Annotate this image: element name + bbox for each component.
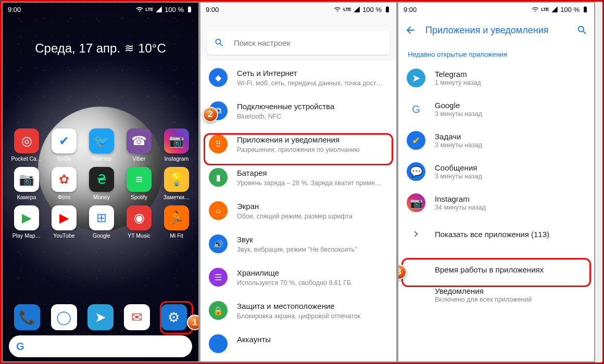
- row-title: Приложения и уведомления: [237, 135, 388, 145]
- notifications-title: Уведомления: [435, 287, 532, 295]
- settings-search-input[interactable]: [234, 38, 383, 47]
- app-label: Google: [93, 232, 110, 239]
- todo-icon: ✔: [52, 128, 77, 153]
- google-logo: G: [16, 341, 24, 353]
- row-title: Подключенные устройства: [237, 101, 388, 112]
- date-text: Среда, 17 апр.: [35, 41, 120, 56]
- network-label: LTE: [343, 7, 351, 12]
- app-label: Pocket Ca…: [11, 155, 42, 162]
- chevron-right-icon: [407, 225, 425, 243]
- ytmusic-icon: ◉: [127, 205, 152, 230]
- recent-app-telegram[interactable]: ➤ Telegram1 минуту назад: [398, 62, 594, 94]
- recent-app-messages[interactable]: 💬 Сообщения3 минуты назад: [398, 156, 594, 187]
- row-title: Аккаунты: [237, 334, 388, 345]
- settings-row-accounts[interactable]: 👤 Аккаунты: [200, 327, 396, 360]
- row-subtitle: Блокировка экрана, цифровой отпечаток: [237, 313, 388, 320]
- row-title: Батарея: [237, 168, 388, 178]
- row-subtitle: Разрешения, приложения по умолчанию: [237, 146, 388, 153]
- search-icon[interactable]: [576, 24, 588, 36]
- settings-row-network[interactable]: ◆ Сеть и ИнтернетWi-Fi, моб. сеть, перед…: [200, 61, 396, 94]
- settings-search[interactable]: [207, 31, 390, 55]
- dock-phone[interactable]: 📞: [14, 304, 40, 330]
- app-label: Spotify: [131, 194, 147, 200]
- app-subtitle: 3 минуты назад: [435, 110, 482, 118]
- row-title: Защита и местоположение: [237, 301, 388, 311]
- weather-icon: ≋: [124, 42, 134, 55]
- dock-gmail[interactable]: ✉: [124, 304, 150, 330]
- search-icon: [214, 37, 224, 48]
- show-all-apps[interactable]: Показать все приложения (113): [398, 218, 594, 250]
- notes-icon: 💡: [164, 167, 189, 192]
- app-label: Твиттер: [92, 155, 112, 162]
- app-playstore[interactable]: ▶Play Мар…: [9, 205, 44, 239]
- telegram-icon: ➤: [407, 69, 425, 87]
- back-icon[interactable]: [405, 24, 416, 36]
- display-icon: ☼: [209, 201, 228, 220]
- screen-time-row[interactable]: Время работы в приложениях: [398, 259, 594, 280]
- battery-pct: 100 %: [560, 6, 580, 14]
- app-youtube[interactable]: ▶YouTube: [46, 205, 82, 239]
- settings-row-storage[interactable]: ☰ ХранилищеИспользуется 70 %, свободно 9…: [200, 261, 396, 294]
- wifi-icon: [136, 6, 143, 13]
- app-pocketcasts[interactable]: ◎Pocket Ca…: [9, 128, 44, 162]
- app-twitter[interactable]: 🐦Твиттер: [84, 128, 119, 162]
- app-label: YT Music: [128, 232, 150, 239]
- settings-row-battery[interactable]: ▮ БатареяУровень заряда – 28 %. Заряда х…: [200, 161, 396, 194]
- dock-chrome[interactable]: ◯: [51, 304, 77, 330]
- show-all-label: Показать все приложения (113): [435, 230, 549, 239]
- section-recent: Недавно открытые приложения: [398, 44, 594, 62]
- settings-row-sound[interactable]: 🔊 ЗвукЗвук, вибрация, режим "Не беспокои…: [200, 227, 396, 261]
- settings-row-display[interactable]: ☼ ЭкранОбои, спящий режим, размер шрифта: [200, 194, 396, 227]
- app-money[interactable]: ₴Money: [84, 167, 119, 200]
- battery-icon: [582, 6, 589, 13]
- app-title: Сообщения: [435, 163, 482, 172]
- app-photos[interactable]: ✿Фото: [46, 167, 82, 200]
- app-camera[interactable]: 📷Камера: [9, 167, 44, 200]
- app-ytmusic[interactable]: ◉YT Music: [121, 205, 157, 239]
- dock: 📞◯➤✉⚙: [3, 304, 198, 330]
- notifications-row[interactable]: Уведомления Включено для всех приложений: [398, 280, 594, 309]
- app-notes[interactable]: 💡Заметки…: [159, 167, 194, 200]
- battery-icon: [384, 6, 391, 13]
- page-title: Приложения и уведомления: [425, 25, 567, 36]
- dock-settings[interactable]: ⚙: [161, 304, 187, 330]
- app-title: Задачи: [435, 132, 482, 141]
- status-time: 9:00: [206, 6, 219, 14]
- assistant-icon[interactable]: ✦: [177, 341, 185, 352]
- row-title: Хранилище: [237, 268, 388, 278]
- mifit-icon: 🏃: [164, 205, 189, 230]
- settings-row-apps[interactable]: ⠿ Приложения и уведомленияРазрешения, пр…: [200, 127, 396, 161]
- signal-icon: [353, 6, 360, 13]
- photos-icon: ✿: [52, 167, 77, 192]
- recent-app-instagram[interactable]: 📷 Instagram34 минуты назад: [398, 187, 594, 218]
- dock-telegram[interactable]: ➤: [87, 304, 114, 330]
- row-subtitle: Bluetooth, NFC: [237, 113, 388, 120]
- app-instagram[interactable]: 📷Instagram: [159, 128, 194, 162]
- screen-home: 9:00 LTE 100 % Среда, 17 апр. ≋ 10°C ◎Po…: [2, 2, 199, 362]
- app-label: Mi Fit: [170, 232, 183, 239]
- row-title: Сеть и Интернет: [237, 68, 388, 79]
- google-search-bar[interactable]: G ✦: [9, 335, 192, 357]
- app-spotify[interactable]: ≡Spotify: [121, 167, 157, 200]
- viber-icon: ☎: [127, 128, 152, 153]
- instagram-icon: 📷: [164, 128, 189, 153]
- network-label: LTE: [145, 7, 153, 12]
- app-todo[interactable]: ✔To-Do: [46, 128, 82, 162]
- app-subtitle: 34 минуты назад: [435, 204, 486, 211]
- status-bar: 9:00 LTE 100 %: [398, 3, 594, 16]
- recent-app-tasks[interactable]: ✔ Задачи3 минуты назад: [398, 125, 594, 156]
- settings-row-security[interactable]: 🔒 Защита и местоположениеБлокировка экра…: [200, 294, 396, 327]
- recent-app-google[interactable]: G Google3 минуты назад: [398, 94, 594, 125]
- settings-list[interactable]: ◆ Сеть и ИнтернетWi-Fi, моб. сеть, перед…: [200, 61, 396, 361]
- app-title: Instagram: [435, 194, 486, 203]
- recent-apps-list: ➤ Telegram1 минуту назадG Google3 минуты…: [398, 62, 594, 218]
- app-viber[interactable]: ☎Viber: [121, 128, 157, 162]
- google-folder-icon: ⊞: [89, 205, 114, 230]
- settings-row-connected[interactable]: ⧉ Подключенные устройстваBluetooth, NFC: [200, 94, 396, 127]
- screen-settings-list: 9:00 LTE 100 % ◆ Сеть и ИнтернетWi-Fi, м…: [199, 2, 397, 362]
- callout-1: 1: [187, 315, 198, 330]
- app-mifit[interactable]: 🏃Mi Fit: [159, 205, 194, 239]
- home-date-weather[interactable]: Среда, 17 апр. ≋ 10°C: [3, 16, 198, 56]
- app-google-folder[interactable]: ⊞Google: [84, 205, 119, 239]
- twitter-icon: 🐦: [89, 128, 114, 153]
